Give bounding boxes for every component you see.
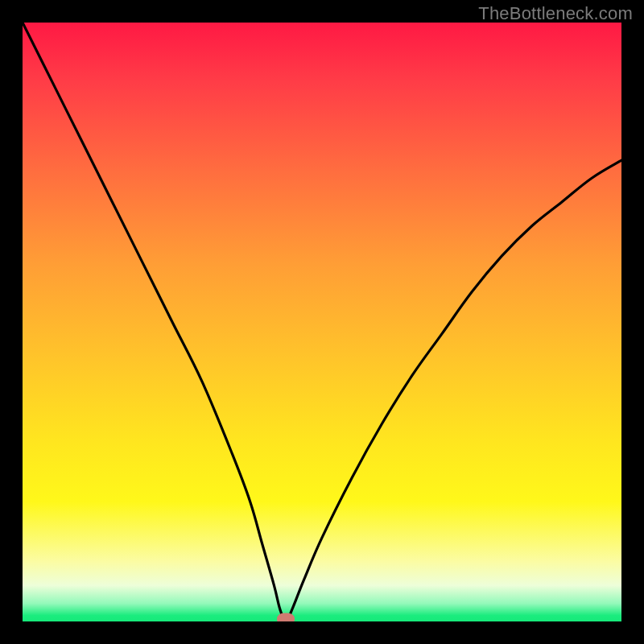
plot-area	[23, 23, 621, 621]
bottleneck-curve	[23, 23, 621, 621]
optimum-marker	[277, 613, 295, 622]
chart-frame: TheBottleneck.com	[0, 0, 644, 644]
watermark-text: TheBottleneck.com	[478, 3, 633, 24]
curve-svg	[23, 23, 621, 621]
